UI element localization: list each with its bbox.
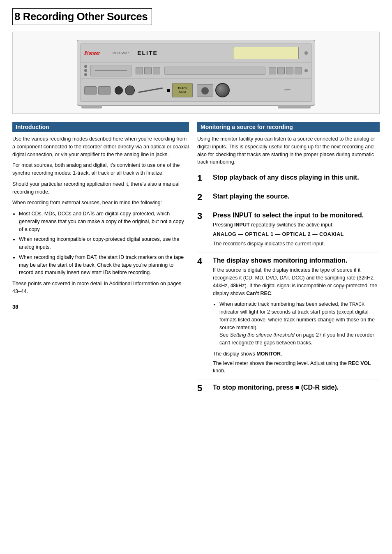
step-2-content: Start playing the source. [213, 192, 380, 203]
model-label: PDR-W37 [113, 51, 129, 55]
side-dots [84, 65, 87, 76]
bullet-3: When recording digitally from DAT, the s… [19, 254, 189, 277]
step-4-bullets: When automatic track numbering has been … [219, 300, 380, 347]
transport-dots [167, 89, 170, 92]
bullet-2: When recording incompatible or copy-prot… [19, 235, 189, 251]
right-panel [197, 84, 213, 97]
rec-vol-bold: REC VOL [348, 360, 371, 366]
step-3-input-bold: INPUT [234, 222, 250, 228]
monitor-bold: MONITOR [256, 351, 281, 357]
rec-vol-line: The level meter shows the recording leve… [213, 360, 380, 375]
page-title: 8 Recording Other Sources [12, 8, 152, 25]
step-1-title: Stop playback of any discs playing in th… [213, 173, 380, 182]
mid-buttons [136, 67, 160, 74]
bullet-1: Most CDs, MDs, DCCs and DATs are digital… [19, 210, 189, 233]
monitoring-intro: Using the monitor facility you can liste… [197, 135, 380, 166]
step-3-content: Press INPUT to select the input to be mo… [213, 211, 380, 248]
bottom-left-handle [81, 105, 102, 108]
volume-knob [215, 83, 230, 97]
step-4-number: 4 [197, 256, 207, 266]
step-2: 2 Start playing the source. [197, 188, 380, 207]
step-3-number: 3 [197, 211, 207, 221]
circle-buttons [115, 85, 135, 95]
step-5-title: To stop monitoring, press ■ (CD-R side). [213, 383, 380, 392]
step-5-content: To stop monitoring, press ■ (CD-R side). [213, 383, 380, 394]
step-1-content: Stop playback of any discs playing in th… [213, 173, 380, 184]
device-image: Pioneer PDR-W37 ELITE [12, 32, 380, 114]
dial-line [138, 88, 163, 93]
page-number: 38 [12, 304, 189, 310]
step-2-title: Start playing the source. [213, 192, 380, 201]
intro-bullets: Most CDs, MDs, DCCs and DATs are digital… [19, 210, 189, 277]
indicator-dot [304, 51, 308, 55]
step-3-body-prefix: Pressing [213, 222, 234, 228]
brand-label: Pioneer [84, 50, 100, 56]
step-4-body-main: If the source is digital, the display in… [213, 267, 377, 296]
top-display [233, 47, 299, 59]
monitor-line: The display shows MONITOR. [213, 350, 380, 358]
monitoring-heading: Monitoring a source for recording [197, 122, 380, 132]
silence-threshold-link: Setting the silence threshold [230, 332, 295, 338]
step-1: 1 Stop playback of any discs playing in … [197, 169, 380, 188]
step-2-number: 2 [197, 192, 207, 202]
step-4-content: The display shows monitoring information… [213, 256, 380, 375]
elite-label: ELITE [137, 50, 158, 56]
intro-footer: These points are covered in more detail … [12, 280, 189, 295]
intro-para-2: For most sources, both analog and digita… [12, 162, 189, 177]
step-3-footer: The recorder's display indicates the cur… [213, 241, 325, 247]
step-3-body: Pressing INPUT repeatedly switches the a… [213, 221, 380, 247]
right-buttons [269, 67, 302, 74]
step-4-body: If the source is digital, the display in… [213, 266, 380, 375]
monitoring-section: Monitoring a source for recording Using … [197, 122, 380, 398]
bottom-left-buttons [84, 86, 111, 95]
step-5: 5 To stop monitoring, press ■ (CD-R side… [197, 379, 380, 398]
intro-para-4: When recording from external sources, be… [12, 199, 189, 207]
step-4-bullet: When automatic track numbering has been … [219, 300, 380, 347]
mid-display [164, 67, 265, 75]
step-3-title: Press INPUT to select the input to be mo… [213, 211, 380, 220]
intro-para-1: Use the various recording modes describe… [12, 135, 189, 158]
step-1-number: 1 [197, 173, 207, 183]
intro-heading: Introduction [12, 122, 189, 132]
step-3-body-suffix: repeatedly switches the active input: [250, 222, 334, 228]
device-illustration: Pioneer PDR-W37 ELITE [77, 40, 315, 106]
step-5-number: 5 [197, 383, 207, 393]
right-dot [304, 69, 308, 72]
step-4-title: The display shows monitoring information… [213, 256, 380, 265]
cant-rec: Can't REC [246, 291, 271, 296]
intro-section: Introduction Use the various recording m… [12, 122, 189, 398]
input-sequence: ANALOG — OPTICAL 1 — OPTICAL 2 — COAXIAL [213, 231, 380, 238]
track-indicator-label: TRACK [349, 302, 364, 307]
track-display: TRACKNUM [172, 83, 193, 97]
main-content: Introduction Use the various recording m… [12, 122, 380, 398]
step-3: 3 Press INPUT to select the input to be … [197, 207, 380, 252]
transport-area: TRACKNUM [167, 83, 308, 97]
bottom-right-handle [278, 105, 311, 108]
step-4: 4 The display shows monitoring informati… [197, 252, 380, 380]
intro-para-3: Should your particular recording applica… [12, 180, 189, 196]
disc-slot [90, 65, 131, 76]
